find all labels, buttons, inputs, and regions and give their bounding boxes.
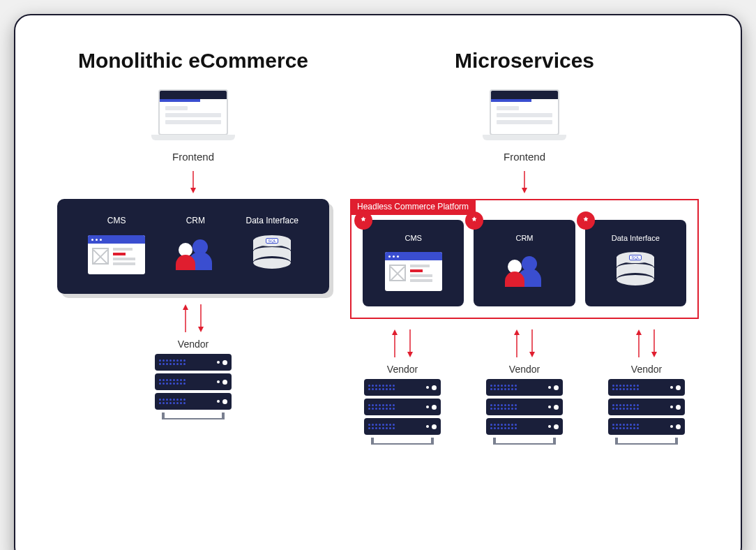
crm-icon (173, 235, 218, 270)
svg-marker-3 (183, 304, 188, 310)
arrow-bidirectional-icon (181, 302, 205, 334)
laptop-icon (483, 89, 566, 145)
svg-marker-13 (514, 329, 520, 335)
data-interface-label: Data Interface (612, 234, 660, 242)
frontend-label: Frontend (504, 151, 545, 163)
cms-icon (385, 252, 442, 291)
microservice-data-card: Data Interface SQL (585, 220, 686, 306)
vendor-label: Vendor (631, 364, 662, 375)
headless-platform-box: Headless Commerce Platform CMS (350, 199, 699, 319)
arrow-down-icon (520, 170, 529, 195)
microservice-cms-card: CMS (363, 220, 464, 306)
arrow-bidirectional-icon (513, 327, 536, 359)
svg-marker-1 (190, 188, 196, 193)
database-icon: SQL (253, 235, 291, 269)
database-icon: SQL (617, 252, 654, 285)
server-stack-icon (364, 379, 441, 445)
microservices-column: Microservices Frontend Headless Commerce (350, 49, 699, 529)
svg-marker-5 (198, 327, 204, 332)
vendor-column: Vendor (472, 364, 577, 445)
data-interface-item: Data Interface SQL (246, 216, 298, 269)
arrow-bidirectional-icon (635, 327, 658, 359)
server-stack-icon (155, 354, 232, 419)
monolithic-heading: Monolithic eCommerce (78, 49, 308, 73)
award-badge-icon (465, 211, 483, 230)
arrow-down-icon (188, 170, 198, 195)
svg-marker-19 (651, 352, 657, 357)
vendor-label: Vendor (178, 339, 209, 350)
microservices-heading: Microservices (455, 49, 594, 73)
award-badge-icon (354, 211, 372, 230)
svg-marker-9 (392, 329, 398, 335)
arrow-bidirectional-icon (391, 327, 414, 359)
svg-marker-17 (636, 329, 642, 335)
monolithic-block: CMS (57, 199, 329, 294)
microservice-crm-card: CRM (474, 220, 575, 306)
frontend-label: Frontend (172, 151, 214, 163)
server-stack-icon (608, 379, 685, 445)
crm-label: CRM (515, 234, 533, 242)
vendor-column: Vendor (594, 364, 699, 445)
cms-label: CMS (107, 216, 126, 225)
cms-label: CMS (405, 234, 421, 242)
crm-item: CRM (173, 216, 218, 270)
laptop-icon (151, 89, 235, 145)
cms-icon (88, 235, 145, 274)
micro-arrows-row (350, 323, 699, 364)
server-stack-icon (486, 379, 563, 445)
svg-marker-7 (522, 188, 527, 193)
monolithic-column: Monolithic eCommerce Frontend C (57, 49, 329, 529)
vendor-label: Vendor (387, 364, 418, 375)
vendor-label: Vendor (509, 364, 540, 375)
cms-item: CMS (88, 216, 145, 274)
vendor-column: Vendor (350, 364, 455, 445)
diagram-canvas: Monolithic eCommerce Frontend C (14, 14, 742, 550)
award-badge-icon (577, 211, 595, 230)
crm-icon (502, 252, 547, 287)
headless-platform-label: Headless Commerce Platform (350, 199, 476, 215)
data-interface-label: Data Interface (246, 216, 298, 225)
svg-marker-11 (407, 352, 413, 357)
vendor-row: Vendor Vendor Vendor (350, 364, 699, 445)
crm-label: CRM (186, 216, 205, 225)
svg-marker-15 (529, 352, 535, 357)
